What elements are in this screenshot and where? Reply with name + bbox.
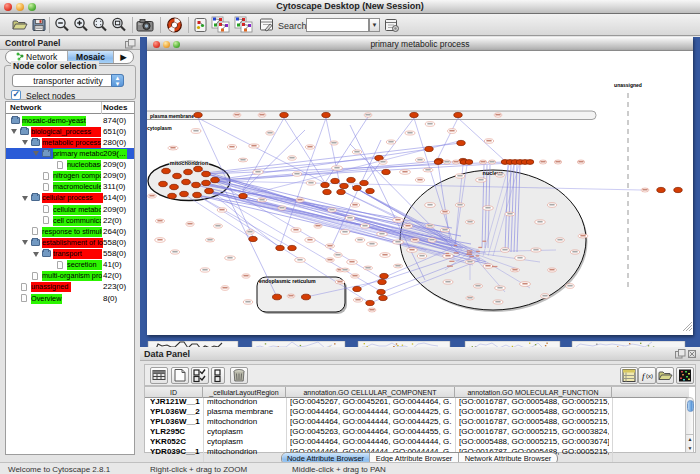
svg-text:plasma membrane: plasma membrane — [150, 113, 194, 119]
svg-text:cytoplasm: cytoplasm — [147, 125, 172, 131]
svg-text:endoplasmic reticulum: endoplasmic reticulum — [259, 278, 316, 284]
svg-text:mitochondrion: mitochondrion — [170, 160, 209, 166]
svg-text:unassigned: unassigned — [614, 82, 642, 88]
svg-text:(x): (x) — [646, 373, 653, 379]
